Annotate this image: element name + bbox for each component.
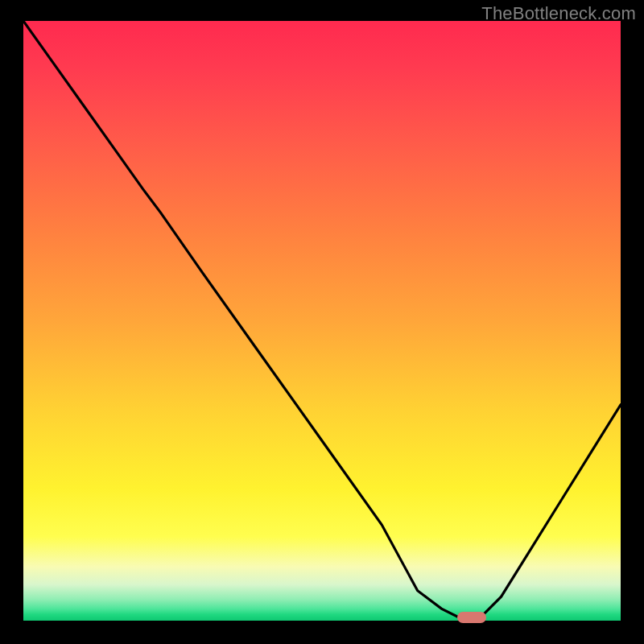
plot-area [23,21,621,621]
curve-path [23,21,621,621]
bottleneck-curve [23,21,621,621]
chart-frame: TheBottleneck.com [0,0,644,644]
optimum-marker [457,612,486,623]
